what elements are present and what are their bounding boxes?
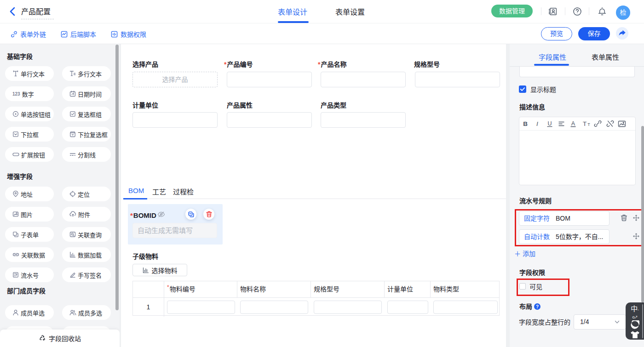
svg-text:I: I — [536, 120, 538, 127]
svg-text:A: A — [571, 120, 575, 127]
svg-text:T: T — [583, 120, 586, 127]
svg-text:U: U — [547, 120, 552, 127]
svg-text:T: T — [587, 122, 590, 127]
svg-text:B: B — [523, 120, 528, 127]
svg-text:?: ? — [536, 304, 539, 309]
